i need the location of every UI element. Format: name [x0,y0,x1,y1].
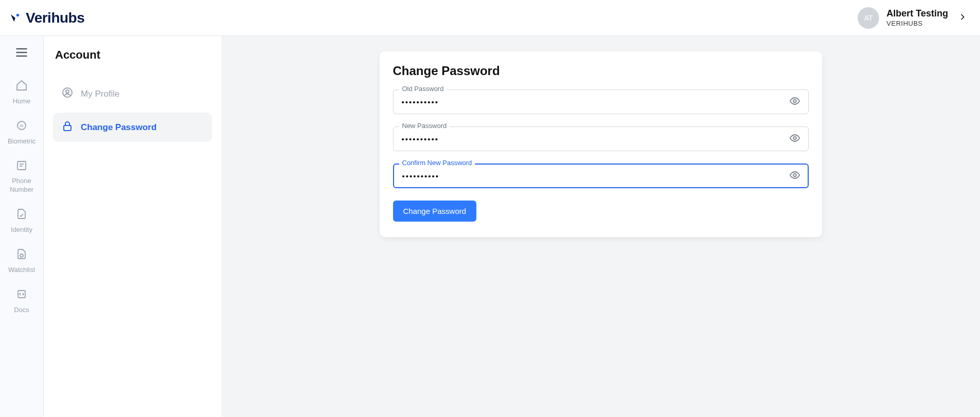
svg-point-0 [16,13,20,16]
lock-icon [61,120,74,135]
identity-icon [15,208,28,223]
nav-home[interactable]: Home [0,74,43,111]
eye-icon[interactable] [787,131,803,148]
nav-biometric[interactable]: AI Biometric [0,114,43,151]
hamburger-menu-icon[interactable] [14,45,29,62]
logo-mark-icon [9,12,21,24]
change-password-button[interactable]: Change Password [393,201,477,222]
change-password-card: Change Password Old Password New Passwor… [380,51,822,237]
avatar: AT [858,7,879,29]
profile-icon [61,86,74,101]
old-password-field-wrap: Old Password [393,89,809,114]
user-name: Albert Testing [886,8,948,20]
nav-label: Home [13,97,31,106]
account-sidebar: Account My Profile Change Password [44,36,221,417]
old-password-input[interactable] [393,89,809,114]
svg-point-15 [793,137,796,140]
biometric-icon: AI [15,119,28,134]
top-bar: Verihubs AT Albert Testing VERIHUBS [0,0,980,36]
sidebar-item-label: Change Password [81,122,156,133]
nav-phone-number[interactable]: Phone Number [0,154,43,200]
eye-icon[interactable] [787,168,803,185]
field-label: Confirm New Password [399,159,475,167]
svg-rect-6 [17,161,26,170]
new-password-field-wrap: New Password [393,126,809,151]
nav-label: Phone Number [2,177,41,194]
svg-point-14 [793,100,796,103]
home-icon [15,79,28,94]
user-menu[interactable]: AT Albert Testing VERIHUBS [858,7,970,29]
card-title: Change Password [393,64,809,78]
svg-text:AI: AI [20,123,24,128]
confirm-password-input[interactable] [393,164,809,188]
user-org: VERIHUBS [886,20,948,28]
field-label: New Password [399,122,450,130]
main-content: Change Password Old Password New Passwor… [221,36,980,417]
left-rail: Home AI Biometric Phone Number Identity … [0,36,44,417]
brand-name: Verihubs [26,10,84,26]
sidebar-item-change-password[interactable]: Change Password [53,113,212,142]
nav-label: Docs [14,306,29,315]
sidebar-item-label: My Profile [81,89,120,99]
nav-identity[interactable]: Identity [0,203,43,240]
user-text: Albert Testing VERIHUBS [886,8,948,27]
nav-label: Watchlist [8,266,35,275]
svg-point-9 [20,254,23,257]
confirm-password-field-wrap: Confirm New Password [393,164,809,188]
eye-icon[interactable] [787,94,803,111]
nav-label: Identity [11,226,32,234]
brand-logo[interactable]: Verihubs [9,10,84,26]
chevron-right-icon[interactable] [955,10,970,26]
docs-icon [15,288,28,303]
sidebar-item-my-profile[interactable]: My Profile [53,79,212,108]
account-title: Account [53,48,212,62]
svg-rect-13 [64,125,71,131]
phone-icon [15,159,28,174]
new-password-input[interactable] [393,126,809,151]
svg-point-12 [66,90,69,93]
field-label: Old Password [399,85,447,93]
watchlist-icon [15,248,28,263]
nav-label: Biometric [8,137,35,146]
nav-watchlist[interactable]: Watchlist [0,243,43,280]
nav-docs[interactable]: Docs [0,283,43,320]
svg-point-16 [793,174,796,177]
